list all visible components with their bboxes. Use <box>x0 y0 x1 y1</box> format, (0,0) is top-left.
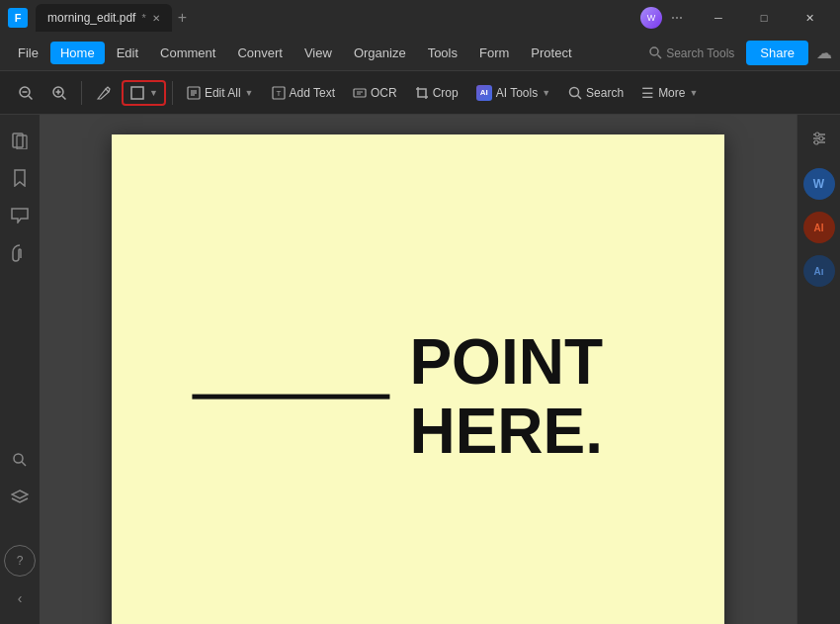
add-text-icon: T <box>272 86 286 100</box>
menu-edit[interactable]: Edit <box>107 42 148 64</box>
menu-organize[interactable]: Organize <box>344 42 416 64</box>
pages-icon <box>11 132 29 149</box>
bookmark-icon <box>12 169 28 187</box>
tab-close-button[interactable]: ✕ <box>152 13 160 24</box>
new-tab-button[interactable]: + <box>178 9 187 27</box>
menu-file[interactable]: File <box>8 42 48 64</box>
pdf-page: POINT HERE. <box>112 134 724 624</box>
ai-tools-button[interactable]: AI AI Tools ▼ <box>468 80 558 106</box>
titlebar: F morning_edit.pdf * ✕ + W ⋯ ─ □ ✕ <box>0 0 840 36</box>
titlebar-controls: W ⋯ <box>640 7 688 29</box>
add-text-button[interactable]: T Add Text <box>264 81 343 105</box>
edit-all-label: Edit All <box>205 86 241 100</box>
svg-line-6 <box>62 96 66 100</box>
select-arrow: ▼ <box>149 88 158 98</box>
menu-form[interactable]: Form <box>469 42 519 64</box>
toolbar-sep-1 <box>81 81 82 105</box>
right-sidebar: W AI Aı <box>797 115 840 624</box>
svg-line-1 <box>658 55 662 59</box>
attachment-icon <box>12 244 28 262</box>
zoom-out-button[interactable] <box>10 80 42 106</box>
main-text: POINT HERE. <box>409 327 603 467</box>
menu-convert[interactable]: Convert <box>227 42 293 64</box>
sliders-icon <box>811 131 827 146</box>
menu-home[interactable]: Home <box>50 42 105 64</box>
ocr-button[interactable]: OCR <box>345 81 405 105</box>
help-icon: ? <box>17 554 24 568</box>
more-button[interactable]: ☰ More ▼ <box>633 80 706 106</box>
menu-tools[interactable]: Tools <box>418 42 467 64</box>
sidebar-item-comments[interactable] <box>4 200 36 231</box>
toolbar: ▼ Edit All ▼ T Add Text OCR <box>0 71 840 115</box>
minimize-button[interactable]: ─ <box>696 2 741 34</box>
sidebar-item-search[interactable] <box>4 444 36 476</box>
cloud-icon[interactable]: ☁ <box>816 44 832 62</box>
edit-all-button[interactable]: Edit All ▼ <box>179 81 262 105</box>
ai-tools-label: AI Tools <box>496 86 538 100</box>
active-tab[interactable]: morning_edit.pdf * ✕ <box>36 4 172 32</box>
svg-point-30 <box>814 140 818 144</box>
svg-point-23 <box>14 454 23 463</box>
zoom-in-icon <box>51 85 67 101</box>
ai-tools-arrow: ▼ <box>542 88 550 98</box>
layers-icon <box>11 490 29 505</box>
user-avatar[interactable]: W <box>640 7 662 29</box>
ai-plugin-button[interactable]: AI <box>803 212 835 243</box>
highlight-tool-button[interactable] <box>88 80 120 106</box>
search-icon <box>568 86 582 100</box>
maximize-button[interactable]: □ <box>741 2 787 34</box>
search-tools-label: Search Tools <box>666 46 734 60</box>
settings-button[interactable]: ‹ <box>4 582 36 614</box>
sidebar-item-pages[interactable] <box>4 125 36 156</box>
main-content: ? ‹ POINT HERE. <box>0 115 840 624</box>
left-sidebar: ? ‹ <box>0 115 40 624</box>
more-icon: ☰ <box>641 85 654 101</box>
ai-tools-icon: AI <box>476 85 492 101</box>
menu-protect[interactable]: Protect <box>521 42 581 64</box>
horizontal-line <box>192 395 389 400</box>
right-panel-settings-icon[interactable] <box>803 123 835 154</box>
document-area[interactable]: POINT HERE. <box>40 115 797 624</box>
svg-point-28 <box>815 133 819 136</box>
app-icon: F <box>8 8 28 28</box>
sidebar-item-layers[interactable] <box>4 482 36 513</box>
tab-label: morning_edit.pdf <box>47 11 135 25</box>
sidebar-item-bookmarks[interactable] <box>4 162 36 194</box>
comment-icon <box>11 208 29 223</box>
search-tools[interactable]: Search Tools <box>649 46 734 60</box>
search-button[interactable]: Search <box>560 81 631 105</box>
word-plugin-button[interactable]: W <box>803 168 835 200</box>
svg-point-19 <box>570 87 579 96</box>
search-panel-icon <box>12 452 28 468</box>
select-tool-button[interactable]: ▼ <box>122 80 166 106</box>
svg-point-0 <box>650 47 658 55</box>
close-button[interactable]: ✕ <box>787 2 832 34</box>
search-tools-icon <box>649 46 662 59</box>
search-label: Search <box>586 86 624 100</box>
pen-icon <box>96 85 112 101</box>
more-label: More <box>658 86 685 100</box>
svg-rect-16 <box>354 89 366 97</box>
menu-comment[interactable]: Comment <box>150 42 225 64</box>
ai2-plugin-button[interactable]: Aı <box>803 255 835 287</box>
rectangle-icon <box>129 85 145 101</box>
svg-rect-9 <box>131 87 143 99</box>
svg-line-3 <box>29 96 33 100</box>
menu-view[interactable]: View <box>294 42 342 64</box>
help-button[interactable]: ? <box>4 545 36 577</box>
toolbar-sep-2 <box>172 81 173 105</box>
add-text-label: Add Text <box>290 86 335 100</box>
collapse-icon: ‹ <box>18 590 23 606</box>
edit-all-arrow: ▼ <box>245 88 254 98</box>
window-controls: ─ □ ✕ <box>696 2 832 34</box>
zoom-in-button[interactable] <box>43 80 75 106</box>
ocr-label: OCR <box>371 86 397 100</box>
more-options-button[interactable]: ⋯ <box>666 7 688 29</box>
share-button[interactable]: Share <box>746 41 808 65</box>
svg-text:T: T <box>276 89 281 98</box>
sidebar-item-attachments[interactable] <box>4 237 36 269</box>
crop-button[interactable]: Crop <box>407 81 466 105</box>
edit-all-icon <box>187 86 201 100</box>
svg-line-20 <box>578 95 582 99</box>
crop-icon <box>415 86 429 100</box>
